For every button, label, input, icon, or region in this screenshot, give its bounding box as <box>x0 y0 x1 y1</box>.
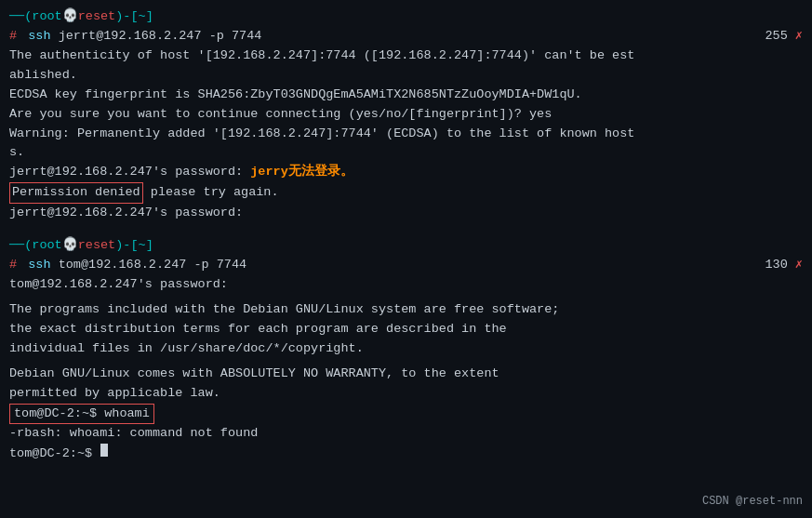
tilde-1: ~ <box>139 9 146 23</box>
jerry-annotation: jerry无法登录。 <box>250 163 353 182</box>
bracket-2: )-[ <box>115 238 138 252</box>
permission-denied-line: Permission denied please try again. <box>9 182 803 204</box>
output-ablished: ablished. <box>9 66 803 86</box>
password-line-2: jerrt@192.168.2.247's password: <box>9 204 803 223</box>
blank-1 <box>9 223 803 232</box>
reset-label-2: reset <box>78 238 116 252</box>
cursor <box>100 444 108 457</box>
rbash-output: -rbash: whoami: command not found <box>9 424 803 444</box>
please-try-again: please try again. <box>143 183 279 203</box>
skull-icon-1: 💀 <box>62 9 78 23</box>
whoami-box: tom@DC-2:~$ whoami <box>9 404 154 425</box>
terminal: ──(root💀reset)-[~] # ssh jerrt@192.168.2… <box>0 0 812 518</box>
hash-2: # <box>9 256 17 275</box>
permission-denied-box: Permission denied <box>9 182 143 204</box>
reset-label-1: reset <box>78 9 116 23</box>
whoami-line: tom@DC-2:~$ whoami <box>9 404 803 425</box>
prompt-line-2: ──(root💀reset)-[~] <box>9 236 803 256</box>
password-line-1: jerrt@192.168.2.247's password: jerry无法登… <box>9 163 803 182</box>
dash-1: ──( <box>9 9 32 23</box>
hash-1: # <box>9 27 17 46</box>
root-label-2: root <box>32 238 61 252</box>
tom-password-line: tom@192.168.2.247's password: <box>9 275 803 295</box>
debian-exact: the exact distribution terms for each pr… <box>9 320 803 339</box>
command-line-2: # ssh tom@192.168.2.247 -p 7744130 ✗ <box>9 256 803 275</box>
output-continue: Are you sure you want to continue connec… <box>9 105 803 125</box>
exit-code-1: 255 <box>765 27 794 46</box>
exit-x-1: ✗ <box>795 27 803 46</box>
password-prompt-1: jerrt@192.168.2.247's password: <box>9 163 250 182</box>
dash-2: ──( <box>9 238 32 252</box>
skull-icon-2: 💀 <box>62 238 78 252</box>
debian-programs: The programs included with the Debian GN… <box>9 300 803 320</box>
debian-individual: individual files in /usr/share/doc/*/cop… <box>9 339 803 359</box>
output-s: s. <box>9 143 803 163</box>
bracket-1: )-[ <box>115 9 138 23</box>
ssh-args-2: tom@192.168.2.247 -p 7744 <box>51 256 247 275</box>
output-auth: The authenticity of host '[192.168.2.247… <box>9 46 803 66</box>
exit-x-2: ✗ <box>795 256 803 275</box>
final-prompt-line: tom@DC-2:~$ <box>9 444 803 464</box>
root-label-1: root <box>32 9 61 23</box>
tilde-2: ~ <box>139 238 146 252</box>
watermark: CSDN @reset-nnn <box>702 493 803 511</box>
exit-code-2: 130 <box>765 256 794 275</box>
ssh-args-1: jerrt@192.168.2.247 -p 7744 <box>51 27 262 46</box>
ssh-cmd-1: ssh <box>20 27 50 46</box>
prompt-line-1: ──(root💀reset)-[~] <box>9 7 803 27</box>
final-prompt: tom@DC-2:~$ <box>9 445 100 464</box>
bracket-close-2: ] <box>146 238 153 252</box>
debian-warranty: Debian GNU/Linux comes with ABSOLUTELY N… <box>9 365 803 384</box>
output-ecdsa: ECDSA key fingerprint is SHA256:ZbyT03GN… <box>9 86 803 105</box>
output-warning: Warning: Permanently added '[192.168.2.2… <box>9 125 803 144</box>
debian-permitted: permitted by applicable law. <box>9 384 803 404</box>
command-line-1: # ssh jerrt@192.168.2.247 -p 7744255 ✗ <box>9 27 803 46</box>
ssh-cmd-2: ssh <box>20 256 50 275</box>
bracket-close-1: ] <box>146 9 153 23</box>
